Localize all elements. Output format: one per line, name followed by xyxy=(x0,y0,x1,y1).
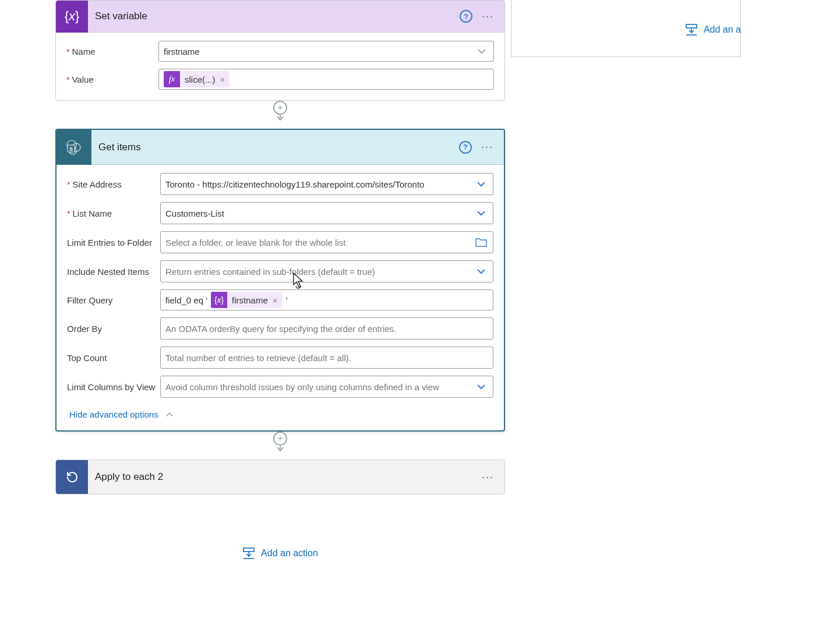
top-count-placeholder: Total number of entries to retrieve (def… xyxy=(165,353,351,363)
add-action-icon xyxy=(242,547,255,560)
filter-prefix-text: field_0 eq ' xyxy=(165,295,207,305)
list-name-value: Customers-List xyxy=(165,209,224,218)
get-items-header[interactable]: S Get items ? ··· xyxy=(57,130,504,165)
limit-columns-label: Limit Columns by View xyxy=(67,382,160,392)
chevron-down-icon xyxy=(477,47,486,56)
chevron-down-icon xyxy=(477,382,486,391)
connector: + xyxy=(55,432,505,460)
svg-rect-6 xyxy=(686,24,697,28)
apply-to-each-header[interactable]: Apply to each 2 ··· xyxy=(56,460,504,494)
loop-icon xyxy=(56,460,88,494)
apply-to-each-card: Apply to each 2 ··· xyxy=(55,460,505,494)
hide-advanced-label: Hide advanced options xyxy=(69,409,158,419)
help-icon[interactable]: ? xyxy=(460,10,472,23)
expression-token: fx slice(...) × xyxy=(164,71,230,87)
add-step-button[interactable]: + xyxy=(273,432,287,446)
site-address-value: Toronto - https://citizentechnology119.s… xyxy=(165,179,440,189)
variable-token-label: firstname xyxy=(227,295,273,305)
site-address-label: *Site Address xyxy=(67,179,160,189)
orderby-label: Order By xyxy=(67,324,160,334)
chevron-up-icon xyxy=(165,411,174,419)
remove-token-icon[interactable]: × xyxy=(273,295,283,305)
limit-folder-label: Limit Entries to Folder xyxy=(67,238,160,248)
name-dropdown[interactable]: firstname xyxy=(158,41,494,62)
limit-folder-input[interactable]: Select a folder, or leave blank for the … xyxy=(160,231,493,253)
orderby-placeholder: An ODATA orderBy query for specifying th… xyxy=(165,324,396,334)
chevron-down-icon xyxy=(477,209,486,218)
set-variable-title: Set variable xyxy=(95,10,460,22)
add-action-button-right[interactable]: Add an a xyxy=(685,23,741,36)
svg-text:S: S xyxy=(69,146,73,151)
svg-rect-5 xyxy=(243,548,254,552)
get-items-title: Get items xyxy=(98,142,459,153)
remove-token-icon[interactable]: × xyxy=(220,75,230,84)
menu-icon[interactable]: ··· xyxy=(481,141,493,153)
limit-folder-placeholder: Select a folder, or leave blank for the … xyxy=(165,238,345,248)
add-action-button[interactable]: Add an action xyxy=(55,547,505,560)
top-count-label: Top Count xyxy=(67,353,160,363)
menu-icon[interactable]: ··· xyxy=(482,471,494,483)
connector: + xyxy=(55,101,505,129)
set-variable-card: {x} Set variable ? ··· *Name firstname *… xyxy=(55,0,505,101)
chevron-down-icon xyxy=(477,179,486,189)
add-action-icon xyxy=(685,23,698,36)
value-input[interactable]: fx slice(...) × xyxy=(158,69,494,90)
help-icon[interactable]: ? xyxy=(459,141,472,154)
name-label: *Name xyxy=(66,47,158,56)
folder-icon[interactable] xyxy=(475,238,487,247)
nested-items-placeholder: Return entries contained in sub-folders … xyxy=(165,267,375,277)
fx-icon: fx xyxy=(164,71,180,87)
sharepoint-icon: S xyxy=(57,130,91,165)
top-count-input[interactable]: Total number of entries to retrieve (def… xyxy=(160,347,493,369)
apply-to-each-title: Apply to each 2 xyxy=(95,471,482,483)
expression-token-label: slice(...) xyxy=(180,75,220,84)
variable-badge-icon: {x} xyxy=(211,292,227,308)
menu-icon[interactable]: ··· xyxy=(482,10,494,23)
set-variable-header[interactable]: {x} Set variable ? ··· xyxy=(56,1,504,33)
add-step-button[interactable]: + xyxy=(273,101,287,115)
site-address-dropdown[interactable]: Toronto - https://citizentechnology119.s… xyxy=(160,173,493,195)
add-action-label-right: Add an a xyxy=(704,24,741,35)
limit-columns-dropdown[interactable]: Avoid column threshold issues by only us… xyxy=(160,376,493,398)
add-action-label: Add an action xyxy=(261,548,318,559)
chevron-down-icon xyxy=(477,267,486,276)
filter-query-input[interactable]: field_0 eq ' {x} firstname × ' xyxy=(160,289,493,310)
variable-icon: {x} xyxy=(56,1,88,33)
list-name-dropdown[interactable]: Customers-List xyxy=(160,202,493,224)
hide-advanced-link[interactable]: Hide advanced options xyxy=(69,409,174,419)
nested-items-label: Include Nested Items xyxy=(67,267,160,277)
filter-suffix-text: ' xyxy=(286,295,288,305)
orderby-input[interactable]: An ODATA orderBy query for specifying th… xyxy=(160,317,493,340)
nested-items-dropdown[interactable]: Return entries contained in sub-folders … xyxy=(160,260,493,282)
filter-query-label: Filter Query xyxy=(67,295,160,305)
variable-token: {x} firstname × xyxy=(211,292,282,308)
value-label: *Value xyxy=(66,75,158,84)
get-items-card: S Get items ? ··· *Site Address Toronto … xyxy=(55,129,505,432)
limit-columns-placeholder: Avoid column threshold issues by only us… xyxy=(165,382,456,392)
list-name-label: *List Name xyxy=(67,209,160,218)
right-panel: Add an a xyxy=(511,0,741,57)
name-value: firstname xyxy=(164,47,200,56)
